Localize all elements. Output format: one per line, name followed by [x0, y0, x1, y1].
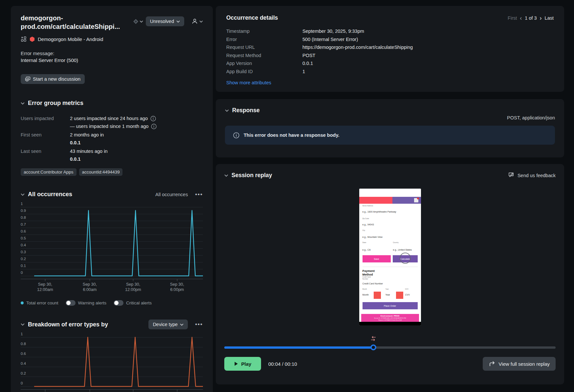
- play-button[interactable]: Play: [224, 357, 261, 371]
- discussion-icon: [25, 76, 31, 82]
- metrics-section-header[interactable]: Error group metrics: [21, 100, 203, 107]
- x-axis-labels: Sep 30,12:00amSep 30,6:00amSep 30,12:00p…: [21, 282, 203, 294]
- phone-nav-bar: [359, 322, 421, 325]
- all-occurrences-header-row: All occurrences All occurrences •••: [21, 191, 203, 198]
- replay-timeline[interactable]: [224, 344, 556, 350]
- network-event-marker[interactable]: [370, 336, 376, 342]
- more-menu-icon[interactable]: •••: [195, 191, 203, 198]
- pagination-first[interactable]: First: [508, 15, 517, 21]
- status-dropdown[interactable]: Unresolved: [146, 16, 184, 26]
- x-axis-tickmark: [45, 279, 45, 281]
- state-placeholder: e.g., CA: [363, 249, 371, 251]
- play-icon: [234, 361, 238, 366]
- send-feedback-link[interactable]: Send us feedback: [508, 172, 556, 178]
- payment-heading: Payment Method: [363, 269, 381, 277]
- users-impacted-1m: — users impacted since 1 month ago: [70, 122, 148, 130]
- breakdown-chart: 10.80.60.40.20: [21, 337, 203, 390]
- send-feedback-label: Send us feedback: [518, 173, 556, 178]
- legend-warning-alerts: Warning alerts: [66, 300, 107, 306]
- session-replay-panel: Session replay Send us feedback Street A…: [216, 164, 564, 384]
- credit-card-label: Credit Card Number: [363, 276, 375, 280]
- x-axis-tickmark: [45, 390, 45, 392]
- status-label: Unresolved: [150, 19, 174, 24]
- info-icon[interactable]: [150, 116, 156, 121]
- all-occurrences-section-header[interactable]: All occurrences: [21, 191, 155, 198]
- x-axis-tickmark: [133, 279, 133, 281]
- environment-banner: Environment: PROD Session ID: 22795B9B-0…: [361, 314, 419, 322]
- attr-label: Request URL: [226, 43, 302, 52]
- first-seen-label: First seen: [21, 131, 70, 147]
- tag-account-id[interactable]: accountId:4494439: [79, 168, 123, 176]
- metrics-table: Users impacted 2 users impacted since 24…: [21, 114, 203, 163]
- error-group-icon: [21, 36, 27, 42]
- start-discussion-label: Start a new discussion: [33, 76, 80, 82]
- chevron-down-icon: [140, 20, 143, 23]
- warning-alerts-toggle[interactable]: [66, 300, 76, 306]
- view-full-replay-label: View full session replay: [498, 361, 550, 367]
- year-field: Year: [386, 294, 390, 296]
- attr-label: App Build ID: [226, 68, 302, 76]
- person-icon: [191, 18, 198, 25]
- jump-arrow-icon: [489, 361, 495, 367]
- priority-selector[interactable]: [133, 19, 143, 24]
- timeline-handle[interactable]: [370, 344, 376, 350]
- page-title: demogorgon-prod.com/cart/calculateShippi…: [21, 14, 133, 31]
- chevron-down-icon: [21, 323, 25, 326]
- error-message-value: Internal Server Error (500): [21, 57, 203, 64]
- empty-response-banner: This error does not have a response body…: [225, 126, 555, 145]
- breakdown-section-header[interactable]: Breakdown of error types by: [21, 321, 148, 328]
- occurrences-selector[interactable]: All occurrences: [155, 192, 188, 197]
- start-discussion-button[interactable]: Start a new discussion: [21, 74, 85, 84]
- chevron-down-icon: [225, 109, 229, 112]
- city-label: City: [363, 229, 368, 231]
- empty-response-message: This error does not have a response body…: [244, 133, 339, 138]
- error-details-page: demogorgon-prod.com/cart/calculateShippi…: [0, 0, 574, 392]
- view-full-replay-button[interactable]: View full session replay: [483, 357, 556, 371]
- city-placeholder: e.g., Mountain View: [363, 236, 383, 238]
- pagination-last[interactable]: Last: [545, 15, 554, 21]
- attr-value: 0.0.1: [302, 59, 313, 68]
- last-seen-version: 0.0.1: [70, 155, 107, 163]
- show-more-attributes-link[interactable]: Show more attributes: [226, 80, 271, 85]
- legend-critical-alerts: Critical alerts: [114, 300, 152, 306]
- info-icon[interactable]: [151, 124, 157, 129]
- tap-indicator: [400, 253, 411, 264]
- session-replay-section-header[interactable]: Session replay: [224, 172, 508, 179]
- critical-alerts-toggle[interactable]: [114, 300, 123, 306]
- more-menu-icon[interactable]: •••: [195, 321, 203, 328]
- occurrence-details-title: Occurrence details: [226, 14, 508, 21]
- zip-label: Zip Code: [363, 217, 370, 219]
- first-seen-value: 2 months ago in: [70, 131, 104, 139]
- pagination-counter: 1 of 3: [525, 15, 537, 21]
- title-row: demogorgon-prod.com/cart/calculateShippi…: [21, 6, 203, 31]
- assignee-selector[interactable]: [191, 18, 203, 25]
- chart-line: [21, 337, 203, 386]
- device-type-dropdown[interactable]: Device type: [148, 320, 188, 329]
- last-seen-value: 43 minutes ago in: [70, 147, 107, 155]
- replay-controls: Play 00:04 / 00:10 View full session rep…: [224, 357, 556, 371]
- pagination-next-icon[interactable]: ›: [540, 16, 542, 20]
- state-label: State: [363, 241, 370, 243]
- pagination-prev-icon[interactable]: ‹: [520, 16, 522, 20]
- app-row: Demogorgon Mobile - Android: [21, 36, 203, 42]
- zip-placeholder: e.g., 94043: [363, 223, 374, 226]
- attr-value: 1: [302, 68, 305, 76]
- legend-total-error-count: Total error count: [21, 300, 58, 305]
- place-order-button-replay: Place Order: [363, 302, 418, 309]
- attr-value: 500 (Internal Server Error): [302, 35, 358, 44]
- x-axis-label: Sep 30,6:00pm: [170, 282, 184, 292]
- last-seen-label: Last seen: [21, 147, 70, 163]
- breakdown-header-row: Breakdown of error types by Device type …: [21, 320, 203, 329]
- country-label: Country: [393, 241, 403, 243]
- attr-label: Error: [226, 35, 302, 44]
- error-summary-panel: demogorgon-prod.com/cart/calculateShippi…: [11, 6, 213, 392]
- country-placeholder: e.g., United States: [393, 249, 412, 251]
- response-panel: Response POST, application/json This err…: [216, 99, 564, 157]
- response-content-type: POST, application/json: [225, 115, 555, 120]
- x-axis: [21, 279, 203, 279]
- response-section-header[interactable]: Response: [225, 107, 555, 114]
- request-id-line: Request: 0 42785AB 29-3 built 26 ms NaN: [368, 319, 412, 321]
- occurrence-details-panel: Occurrence details First ‹ 1 of 3 › Last…: [216, 6, 564, 92]
- tag-account[interactable]: account:Contributor Apps: [21, 168, 77, 176]
- chevron-down-icon: [180, 323, 184, 326]
